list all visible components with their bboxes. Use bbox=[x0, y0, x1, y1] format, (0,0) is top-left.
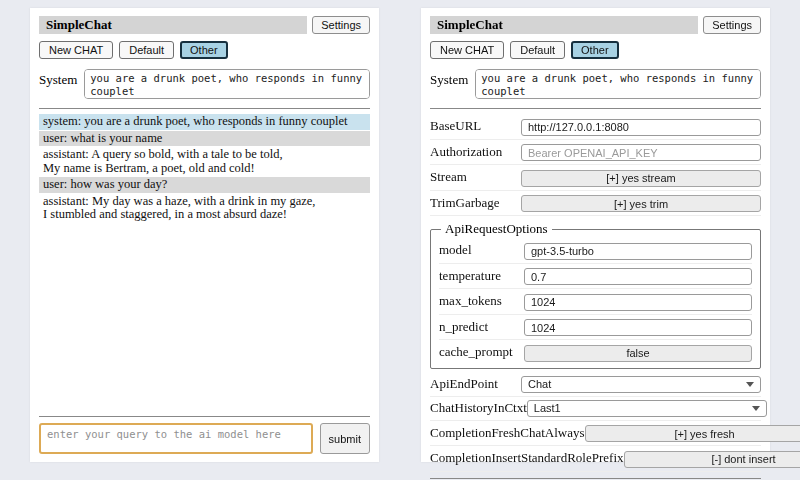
setting-row-trimgarbage: TrimGarbage [+] yes trim bbox=[430, 191, 761, 217]
divider bbox=[39, 108, 370, 109]
chat-history-in-ctxt-label: ChatHistoryInCtxt bbox=[430, 400, 527, 416]
system-prompt-row: System you are a drunk poet, who respond… bbox=[430, 69, 761, 99]
stream-label: Stream bbox=[430, 169, 467, 185]
system-prompt-row: System you are a drunk poet, who respond… bbox=[39, 69, 370, 99]
chat-message-user: user: what is your name bbox=[39, 131, 370, 147]
chevron-down-icon bbox=[746, 382, 754, 387]
model-input[interactable] bbox=[524, 243, 752, 260]
model-label: model bbox=[439, 242, 472, 258]
setting-row-chat-history-in-ctxt: ChatHistoryInCtxt Last1 bbox=[430, 397, 761, 421]
new-chat-button[interactable]: New CHAT bbox=[39, 41, 113, 59]
chat-message-assistant: assistant: A query so bold, with a tale … bbox=[39, 147, 370, 176]
chevron-down-icon bbox=[752, 406, 760, 411]
query-bar: submit bbox=[39, 423, 370, 454]
cache-prompt-label: cache_prompt bbox=[439, 344, 513, 360]
system-prompt-label: System bbox=[430, 69, 468, 99]
setting-row-completion-fresh-chat-always: CompletionFreshChatAlways [+] yes fresh bbox=[430, 421, 761, 447]
cache-prompt-toggle-button[interactable]: false bbox=[524, 345, 752, 362]
setting-row-n-predict: n_predict bbox=[439, 315, 752, 341]
new-chat-button[interactable]: New CHAT bbox=[430, 41, 504, 59]
stream-toggle-button[interactable]: [+] yes stream bbox=[521, 170, 761, 187]
settings-panel: SimpleChat Settings New CHAT Default Oth… bbox=[421, 8, 770, 462]
chat-history-selected-value: Last1 bbox=[534, 402, 561, 414]
completion-fresh-toggle-button[interactable]: [+] yes fresh bbox=[585, 425, 800, 442]
chat-message-user: user: how was your day? bbox=[39, 177, 370, 193]
temperature-input[interactable] bbox=[524, 268, 752, 285]
max-tokens-label: max_tokens bbox=[439, 293, 502, 309]
setting-row-baseurl: BaseURL bbox=[430, 114, 761, 140]
default-chat-tab[interactable]: Default bbox=[510, 41, 565, 59]
baseurl-label: BaseURL bbox=[430, 118, 481, 134]
completion-insert-standard-role-prefix-label: CompletionInsertStandardRolePrefix bbox=[430, 450, 624, 466]
setting-row-max-tokens: max_tokens bbox=[439, 289, 752, 315]
page: SimpleChat Settings New CHAT Default Oth… bbox=[0, 0, 800, 480]
authorization-label: Authorization bbox=[430, 144, 502, 160]
api-endpoint-label: ApiEndPoint bbox=[430, 376, 498, 392]
api-endpoint-select[interactable]: Chat bbox=[521, 376, 761, 393]
divider bbox=[430, 108, 761, 109]
setting-row-model: model bbox=[439, 238, 752, 264]
chat-message-list: system: you are a drunk poet, who respon… bbox=[39, 114, 370, 224]
app-title: SimpleChat bbox=[430, 16, 698, 34]
chat-history-in-ctxt-select[interactable]: Last1 bbox=[527, 400, 767, 417]
default-chat-tab[interactable]: Default bbox=[119, 41, 174, 59]
setting-row-api-endpoint: ApiEndPoint Chat bbox=[430, 373, 761, 397]
query-input[interactable] bbox=[39, 423, 313, 454]
app-title: SimpleChat bbox=[39, 16, 307, 34]
submit-button[interactable]: submit bbox=[320, 423, 370, 454]
other-chat-tab[interactable]: Other bbox=[180, 41, 228, 59]
settings-button[interactable]: Settings bbox=[703, 16, 761, 34]
api-request-options-group: ApiRequestOptions model temperature max_… bbox=[430, 221, 761, 369]
baseurl-input[interactable] bbox=[521, 119, 761, 136]
setting-row-authorization: Authorization bbox=[430, 140, 761, 166]
other-chat-tab[interactable]: Other bbox=[571, 41, 619, 59]
setting-row-stream: Stream [+] yes stream bbox=[430, 165, 761, 191]
setting-row-completion-insert-standard-role-prefix: CompletionInsertStandardRolePrefix [-] d… bbox=[430, 446, 761, 472]
settings-toolbar: New CHAT Default Other bbox=[430, 41, 761, 59]
chat-panel: SimpleChat Settings New CHAT Default Oth… bbox=[30, 8, 379, 462]
temperature-label: temperature bbox=[439, 268, 501, 284]
titlebar: SimpleChat Settings bbox=[39, 16, 370, 34]
completion-insert-toggle-button[interactable]: [-] dont insert bbox=[624, 451, 800, 468]
divider bbox=[39, 416, 370, 417]
chat-toolbar: New CHAT Default Other bbox=[39, 41, 370, 59]
setting-row-temperature: temperature bbox=[439, 264, 752, 290]
system-prompt-textarea[interactable]: you are a drunk poet, who responds in fu… bbox=[84, 69, 370, 99]
api-endpoint-selected-value: Chat bbox=[528, 378, 551, 390]
titlebar: SimpleChat Settings bbox=[430, 16, 761, 34]
settings-button[interactable]: Settings bbox=[312, 16, 370, 34]
max-tokens-input[interactable] bbox=[524, 294, 752, 311]
chat-message-assistant: assistant: My day was a haze, with a dri… bbox=[39, 194, 370, 223]
chat-message-system: system: you are a drunk poet, who respon… bbox=[39, 114, 370, 130]
completion-fresh-chat-always-label: CompletionFreshChatAlways bbox=[430, 425, 585, 441]
api-request-options-legend: ApiRequestOptions bbox=[441, 221, 552, 237]
divider bbox=[430, 478, 761, 479]
spacer bbox=[39, 224, 370, 411]
n-predict-label: n_predict bbox=[439, 319, 488, 335]
trimgarbage-toggle-button[interactable]: [+] yes trim bbox=[521, 195, 761, 212]
setting-row-cache-prompt: cache_prompt false bbox=[439, 340, 752, 365]
system-prompt-textarea[interactable]: you are a drunk poet, who responds in fu… bbox=[475, 69, 761, 99]
n-predict-input[interactable] bbox=[524, 319, 752, 336]
system-prompt-label: System bbox=[39, 69, 77, 99]
authorization-input[interactable] bbox=[521, 144, 761, 161]
trimgarbage-label: TrimGarbage bbox=[430, 195, 500, 211]
